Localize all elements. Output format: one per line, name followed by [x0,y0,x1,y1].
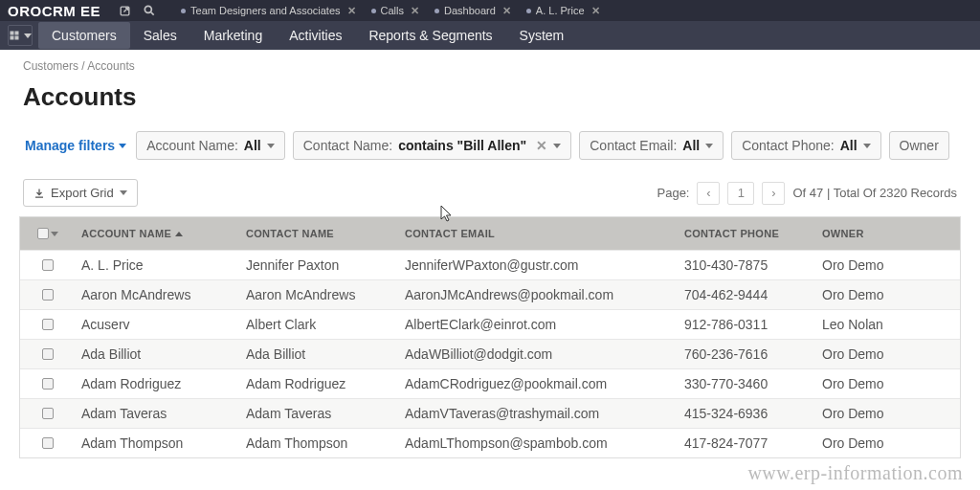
row-checkbox[interactable] [42,378,54,390]
breadcrumb[interactable]: Customers / Accounts [0,50,980,77]
cell-contact-phone: 912-786-0311 [684,317,822,332]
cell-owner: Oro Demo [822,376,960,391]
cell-contact-name: Jennifer Paxton [246,257,405,273]
page-title: Accounts [0,77,980,125]
svg-point-1 [145,6,151,12]
cell-contact-email: AaronJMcAndrews@pookmail.com [405,287,684,302]
pinned-tab[interactable]: A. L. Price✕ [521,3,606,19]
manage-filters-button[interactable]: Manage filters [23,134,128,157]
row-checkbox[interactable] [42,319,54,330]
filter-owner[interactable]: Owner [889,131,949,160]
page-number-input[interactable]: 1 [727,182,754,205]
watermark: www.erp-information.com [747,462,963,484]
close-icon[interactable]: ✕ [347,5,356,17]
filter-contact-phone[interactable]: Contact Phone:All [731,131,880,160]
pinned-tab-label: Dashboard [444,5,496,16]
app-switcher-button[interactable] [8,25,33,46]
cell-contact-email: AdamCRodriguez@pookmail.com [405,376,684,391]
search-icon[interactable] [142,3,157,18]
svg-rect-5 [15,36,19,40]
close-icon[interactable]: ✕ [411,5,419,17]
clear-filter-icon[interactable]: ✕ [536,138,547,153]
pinned-tab-label: Team Designers and Associates [190,5,341,16]
cell-account-name: Adam Rodriguez [76,376,246,391]
menu-sales[interactable]: Sales [130,22,190,49]
cell-contact-email: AdaWBilliot@dodgit.com [405,346,684,362]
cell-contact-email: AdamLThompson@spambob.com [405,435,684,451]
row-checkbox[interactable] [42,348,54,360]
col-account-name[interactable]: ACCOUNT NAME [76,228,246,239]
cell-account-name: Aaron McAndrews [76,287,246,302]
svg-rect-2 [11,32,14,35]
cell-contact-phone: 760-236-7616 [684,346,822,362]
cell-contact-email: AdamVTaveras@trashymail.com [405,406,684,421]
prev-page-button[interactable]: ‹ [697,182,720,205]
cell-account-name: Adam Taveras [76,406,246,421]
table-row[interactable]: Adam RodriguezAdam RodriguezAdamCRodrigu… [20,368,960,398]
cell-account-name: Adam Thompson [76,435,246,451]
pinned-tab-label: A. L. Price [536,5,585,16]
menu-reports[interactable]: Reports & Segments [355,22,505,49]
cell-owner: Oro Demo [822,435,960,451]
cell-contact-name: Adam Thompson [246,435,405,451]
cell-account-name: Acuserv [76,317,246,332]
close-icon[interactable]: ✕ [591,5,600,17]
cell-contact-phone: 417-824-7077 [684,435,822,451]
menu-customers[interactable]: Customers [38,22,130,49]
select-all-checkbox[interactable] [37,228,49,239]
record-total: Of 47 | Total Of 2320 Records [792,186,957,200]
export-grid-button[interactable]: Export Grid [23,179,138,207]
col-owner[interactable]: OWNER [822,228,960,239]
pinned-tab[interactable]: Calls✕ [366,3,425,19]
cell-contact-phone: 415-324-6936 [684,406,822,421]
col-contact-email[interactable]: CONTACT EMAIL [405,228,684,239]
row-checkbox[interactable] [42,408,54,419]
pinned-tab-label: Calls [381,5,404,16]
table-row[interactable]: Aaron McAndrewsAaron McAndrewsAaronJMcAn… [20,279,960,309]
pinned-tab[interactable]: Team Designers and Associates✕ [175,3,362,19]
filter-contact-email[interactable]: Contact Email:All [579,131,724,160]
row-checkbox[interactable] [42,259,54,271]
menu-marketing[interactable]: Marketing [190,22,276,49]
pinned-tab[interactable]: Dashboard✕ [429,3,517,19]
cell-owner: Oro Demo [822,287,960,302]
cell-contact-name: Adam Rodriguez [246,376,405,391]
filter-account-name[interactable]: Account Name:All [136,131,285,160]
table-row[interactable]: Adam TaverasAdam TaverasAdamVTaveras@tra… [20,398,960,428]
app-logo: OROCRM EE [8,3,100,19]
cell-contact-email: AlbertEClark@einrot.com [405,317,684,332]
cell-account-name: A. L. Price [76,257,246,273]
select-menu-icon[interactable] [51,232,58,236]
pager: Page: ‹ 1 › Of 47 | Total Of 2320 Record… [657,182,958,205]
table-row[interactable]: AcuservAlbert ClarkAlbertEClark@einrot.c… [20,309,960,339]
cell-contact-phone: 330-770-3460 [684,376,822,391]
accounts-grid: ACCOUNT NAME CONTACT NAME CONTACT EMAIL … [19,216,961,458]
main-menu: Customers Sales Marketing Activities Rep… [0,21,980,50]
row-checkbox[interactable] [42,437,54,449]
cell-account-name: Ada Billiot [76,346,246,362]
grid-header: ACCOUNT NAME CONTACT NAME CONTACT EMAIL … [20,217,960,250]
row-checkbox[interactable] [42,289,54,301]
col-contact-name[interactable]: CONTACT NAME [246,228,405,239]
external-link-icon[interactable] [117,3,132,18]
cell-contact-phone: 704-462-9444 [684,287,822,302]
cell-owner: Oro Demo [822,406,960,421]
menu-system[interactable]: System [506,22,578,49]
filter-bar: Manage filters Account Name:All Contact … [0,125,980,173]
next-page-button[interactable]: › [762,182,785,205]
col-contact-phone[interactable]: CONTACT PHONE [684,228,822,239]
topbar: OROCRM EE Team Designers and Associates✕… [0,0,980,21]
cell-owner: Leo Nolan [822,317,960,332]
table-row[interactable]: Adam ThompsonAdam ThompsonAdamLThompson@… [20,428,960,457]
sort-asc-icon [175,232,183,236]
pinned-tabs: Team Designers and Associates✕ Calls✕ Da… [175,3,606,19]
filter-contact-name[interactable]: Contact Name:contains "Bill Allen"✕ [293,131,571,160]
close-icon[interactable]: ✕ [502,5,511,17]
cell-owner: Oro Demo [822,346,960,362]
cell-contact-phone: 310-430-7875 [684,257,822,273]
cursor-icon [440,205,454,222]
svg-rect-4 [11,36,14,40]
table-row[interactable]: Ada BilliotAda BilliotAdaWBilliot@dodgit… [20,339,960,368]
menu-activities[interactable]: Activities [276,22,355,49]
table-row[interactable]: A. L. PriceJennifer PaxtonJenniferWPaxto… [20,250,960,279]
